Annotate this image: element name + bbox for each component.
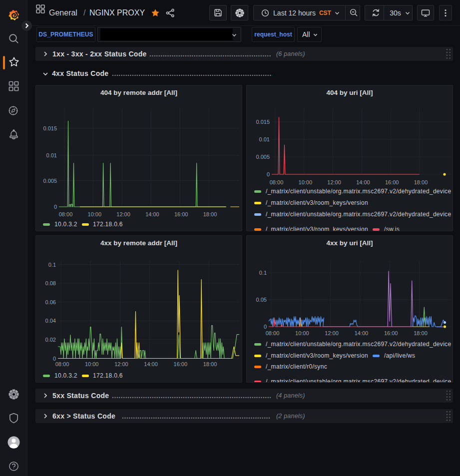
svg-text:0.06: 0.06 <box>45 299 56 305</box>
svg-text:18:00: 18:00 <box>203 211 217 217</box>
svg-text:08:00: 08:00 <box>266 330 280 336</box>
svg-text:12:00: 12:00 <box>116 211 130 217</box>
svg-text:08:00: 08:00 <box>59 211 73 217</box>
svg-text:18:00: 18:00 <box>414 179 428 185</box>
svg-text:18:00: 18:00 <box>414 330 428 336</box>
svg-text:0.015: 0.015 <box>43 125 57 131</box>
svg-text:12:00: 12:00 <box>114 361 128 367</box>
svg-text:12:00: 12:00 <box>327 179 341 185</box>
svg-text:10:00: 10:00 <box>299 179 313 185</box>
svg-text:0.015: 0.015 <box>256 119 270 125</box>
svg-text:0: 0 <box>267 171 270 177</box>
svg-text:16:00: 16:00 <box>384 330 398 336</box>
svg-text:10:00: 10:00 <box>88 211 102 217</box>
svg-text:0.05: 0.05 <box>256 297 267 303</box>
svg-text:0: 0 <box>264 324 267 330</box>
svg-text:10:00: 10:00 <box>295 330 309 336</box>
svg-text:0.02: 0.02 <box>45 337 56 343</box>
svg-text:0.1: 0.1 <box>259 270 267 276</box>
svg-text:0.1: 0.1 <box>48 262 56 268</box>
svg-text:0.005: 0.005 <box>43 178 57 184</box>
svg-text:12:00: 12:00 <box>325 330 339 336</box>
svg-text:16:00: 16:00 <box>385 179 399 185</box>
svg-text:08:00: 08:00 <box>55 361 69 367</box>
svg-text:10:00: 10:00 <box>85 361 99 367</box>
svg-text:0.08: 0.08 <box>45 280 56 286</box>
svg-text:0.04: 0.04 <box>45 318 56 324</box>
svg-text:14:00: 14:00 <box>355 330 369 336</box>
svg-text:0: 0 <box>54 204 57 210</box>
svg-text:14:00: 14:00 <box>356 179 370 185</box>
svg-text:08:00: 08:00 <box>270 179 284 185</box>
svg-text:18:00: 18:00 <box>203 361 217 367</box>
svg-text:0.01: 0.01 <box>259 136 270 142</box>
svg-text:0.01: 0.01 <box>46 152 57 158</box>
svg-text:0.005: 0.005 <box>256 154 270 160</box>
svg-text:16:00: 16:00 <box>174 211 188 217</box>
svg-text:14:00: 14:00 <box>145 211 159 217</box>
svg-text:0: 0 <box>53 356 56 362</box>
svg-text:14:00: 14:00 <box>144 361 158 367</box>
svg-text:16:00: 16:00 <box>174 361 188 367</box>
